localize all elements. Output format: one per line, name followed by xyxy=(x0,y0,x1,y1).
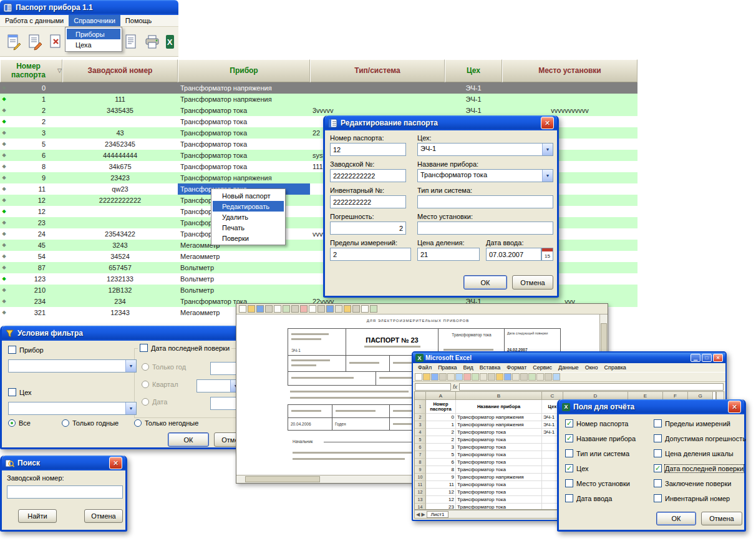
excel-cell[interactable]: 5 xyxy=(426,451,456,459)
device-filter-combobox[interactable]: ▼ xyxy=(8,359,137,373)
report-field-checkbox-right-2[interactable]: Цена деления шкалы xyxy=(654,449,734,457)
radio-circle[interactable] xyxy=(134,419,142,427)
column-header-4[interactable]: Цех xyxy=(445,59,502,82)
report-field-checkbox-left-0[interactable]: ✓Номер паспорта xyxy=(565,419,628,427)
close-icon[interactable]: ✕ xyxy=(109,457,122,469)
excel-cell[interactable]: Трансформатор напряжения xyxy=(456,414,542,421)
excel-cell[interactable]: Трансформатор тока xyxy=(456,489,542,496)
preview-tool-icon-10[interactable] xyxy=(326,305,334,313)
year-only-radio[interactable]: Только год xyxy=(142,363,186,371)
excel-tool-icon-17[interactable] xyxy=(553,373,560,381)
excel-cell[interactable]: Номер паспорта xyxy=(426,400,456,414)
factory-number-input[interactable] xyxy=(330,169,406,182)
excel-tool-icon-15[interactable] xyxy=(536,373,544,381)
preview-tool-icon-3[interactable] xyxy=(265,305,273,313)
excel-menu-8[interactable]: Справка xyxy=(601,364,629,371)
main-window-titlebar[interactable]: Паспорт прибора 1.1 xyxy=(0,0,178,15)
context-menu-item-4[interactable]: Поверки xyxy=(213,233,284,243)
excel-column-B[interactable]: B xyxy=(456,392,542,400)
excel-menu-6[interactable]: Данные xyxy=(555,364,582,371)
excel-tool-icon-2[interactable] xyxy=(431,373,439,381)
excel-menu-0[interactable]: Файл xyxy=(415,364,435,371)
cell-name-box[interactable] xyxy=(415,383,451,391)
close-icon[interactable]: ✕ xyxy=(728,401,741,413)
cancel-button[interactable]: Отмена xyxy=(512,275,553,290)
passport-number-input[interactable] xyxy=(330,143,406,156)
preview-tool-icon-2[interactable] xyxy=(256,305,264,313)
all-radio[interactable]: Все xyxy=(8,419,31,427)
excel-tool-icon-1[interactable] xyxy=(423,373,430,381)
excel-tool-icon-11[interactable] xyxy=(504,373,511,381)
close-icon[interactable]: ✕ xyxy=(541,117,554,129)
factory-number-search-input[interactable] xyxy=(7,485,123,499)
context-menu-item-3[interactable]: Печать xyxy=(213,222,284,233)
excel-tool-icon-13[interactable] xyxy=(520,373,528,381)
excel-cell[interactable]: 3 xyxy=(426,444,456,451)
preview-tool-icon-13[interactable] xyxy=(352,305,360,313)
excel-row-number[interactable]: 11 xyxy=(415,481,426,489)
shop-filter-combobox[interactable]: ▼ xyxy=(8,402,137,415)
excel-cell[interactable]: 2 xyxy=(426,429,456,436)
print-icon[interactable] xyxy=(143,32,161,52)
excel-row-number[interactable]: 12 xyxy=(415,489,426,496)
menu-item-0[interactable]: Работа с данными xyxy=(0,15,69,26)
preview-tool-icon-15[interactable] xyxy=(370,305,377,313)
excel-row-number[interactable]: 10 xyxy=(415,474,426,481)
report-field-checkbox-left-2[interactable]: Тип или система xyxy=(565,449,629,457)
excel-tool-icon-14[interactable] xyxy=(528,373,536,381)
excel-export-icon[interactable]: X xyxy=(161,32,178,52)
minimize-icon[interactable]: ▁ xyxy=(691,354,700,362)
report-icon[interactable] xyxy=(122,32,140,52)
preview-tool-icon-1[interactable] xyxy=(248,305,255,313)
excel-cell[interactable]: 9 xyxy=(426,474,456,481)
excel-cell[interactable]: 11 xyxy=(426,481,456,489)
date-radio[interactable]: Дата xyxy=(142,398,167,406)
excel-row-number[interactable]: 6 xyxy=(415,444,426,451)
excel-column-A[interactable]: A xyxy=(426,392,456,400)
preview-tool-icon-14[interactable] xyxy=(361,305,369,313)
fields-dialog-titlebar[interactable]: X Поля для отчёта ✕ xyxy=(559,399,744,414)
preview-tool-icon-0[interactable] xyxy=(239,305,246,313)
quarter-combobox[interactable]: ▼ xyxy=(196,379,241,392)
excel-cell[interactable]: Трансформатор тока xyxy=(456,481,542,489)
install-place-input[interactable] xyxy=(417,222,553,235)
excel-menu-7[interactable]: Окно xyxy=(582,364,601,371)
excel-row-number[interactable]: 9 xyxy=(415,466,426,474)
excel-row-number[interactable]: 13 xyxy=(415,496,426,504)
preview-tool-icon-12[interactable] xyxy=(344,305,351,313)
excel-cell[interactable]: Трансформатор тока xyxy=(456,444,542,451)
excel-cell[interactable]: Трансформатор тока xyxy=(456,504,542,510)
device-name-combobox[interactable]: Трансформатор тока ▼ xyxy=(417,169,553,182)
checkbox-box[interactable] xyxy=(654,434,662,442)
excel-cell[interactable]: 12 xyxy=(426,489,456,496)
edit-dialog-titlebar[interactable]: Редактирование паспорта ✕ xyxy=(325,115,557,130)
column-header-3[interactable]: Тип/система xyxy=(310,59,445,82)
report-field-checkbox-right-1[interactable]: Допустимая погрешность xyxy=(654,434,746,442)
cancel-button[interactable]: Отмена xyxy=(84,509,123,523)
column-header-1[interactable]: Заводской номер xyxy=(62,59,178,82)
new-passport-icon[interactable] xyxy=(5,32,22,52)
chevron-down-icon[interactable]: ▼ xyxy=(125,402,136,414)
checkbox-box[interactable] xyxy=(654,419,662,427)
excel-row-number[interactable]: 4 xyxy=(415,429,426,436)
excel-tool-icon-5[interactable] xyxy=(455,373,463,381)
checkbox-box[interactable] xyxy=(654,494,662,502)
excel-tool-icon-0[interactable] xyxy=(415,373,422,381)
device-filter-checkbox[interactable]: Прибор xyxy=(8,346,44,354)
checkbox-box[interactable]: ✓ xyxy=(565,434,573,442)
maximize-icon[interactable]: □ xyxy=(702,354,712,362)
range-input[interactable] xyxy=(330,248,411,261)
column-header-0[interactable]: Номер паспорта▽ xyxy=(0,59,62,82)
column-header-2[interactable]: Прибор xyxy=(178,59,310,82)
report-field-checkbox-right-5[interactable]: Инвентарный номер xyxy=(654,494,730,502)
checkbox-box[interactable] xyxy=(565,449,573,457)
report-field-checkbox-left-5[interactable]: Дата ввода xyxy=(565,494,612,502)
checkbox-box[interactable] xyxy=(8,346,16,354)
ok-button[interactable]: ОК xyxy=(463,275,507,290)
last-check-date-checkbox[interactable]: Дата последней поверки xyxy=(138,344,231,352)
radio-circle[interactable] xyxy=(62,419,69,427)
radio-circle[interactable] xyxy=(142,398,149,406)
excel-column-C[interactable]: C xyxy=(542,392,563,400)
excel-tool-icon-12[interactable] xyxy=(512,373,520,381)
context-menu-item-0[interactable]: Новый паспорт xyxy=(213,190,284,201)
